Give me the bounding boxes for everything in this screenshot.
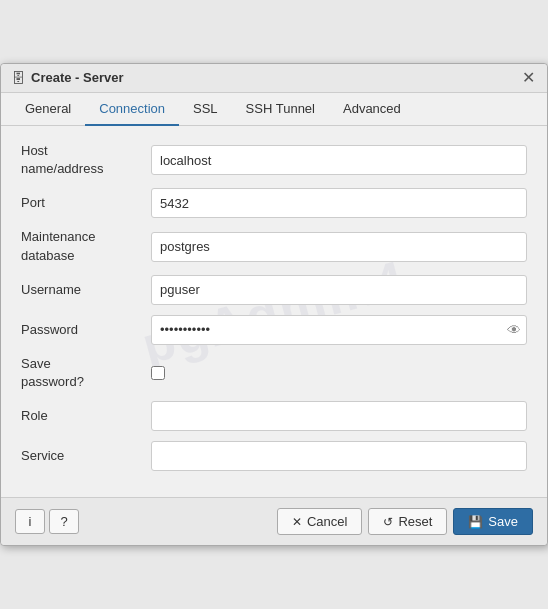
cancel-label: Cancel [307,514,347,529]
create-server-dialog: 🗄 Create - Server ✕ General Connection S… [0,63,548,546]
username-label: Username [21,281,151,299]
tab-ssl[interactable]: SSL [179,93,232,126]
service-row: Service [21,441,527,471]
password-toggle-icon[interactable]: 👁 [507,322,521,338]
save-icon: 💾 [468,515,483,529]
port-input[interactable] [151,188,527,218]
footer-right: ✕ Cancel ↺ Reset 💾 Save [277,508,533,535]
form-body: pgAdmin4 Hostname/address Port Maintenan… [1,126,547,497]
port-row: Port [21,188,527,218]
help-button[interactable]: ? [49,509,79,534]
maintenance-db-input[interactable] [151,232,527,262]
maintenance-db-row: Maintenancedatabase [21,228,527,264]
role-input[interactable] [151,401,527,431]
dialog-title: Create - Server [31,70,124,85]
tab-general[interactable]: General [11,93,85,126]
tab-connection[interactable]: Connection [85,93,179,126]
save-password-checkbox[interactable] [151,366,165,380]
title-bar: 🗄 Create - Server ✕ [1,64,547,93]
username-row: Username [21,275,527,305]
save-button[interactable]: 💾 Save [453,508,533,535]
save-password-label: Savepassword? [21,355,151,391]
role-label: Role [21,407,151,425]
close-button[interactable]: ✕ [520,70,537,86]
reset-icon: ↺ [383,515,393,529]
service-label: Service [21,447,151,465]
password-input[interactable] [151,315,527,345]
tab-advanced[interactable]: Advanced [329,93,415,126]
username-input[interactable] [151,275,527,305]
footer-left: i ? [15,509,79,534]
title-bar-left: 🗄 Create - Server [11,70,124,86]
role-row: Role [21,401,527,431]
service-input[interactable] [151,441,527,471]
reset-label: Reset [398,514,432,529]
info-button[interactable]: i [15,509,45,534]
port-label: Port [21,194,151,212]
footer: i ? ✕ Cancel ↺ Reset 💾 Save [1,497,547,545]
password-wrapper: 👁 [151,315,527,345]
save-label: Save [488,514,518,529]
reset-button[interactable]: ↺ Reset [368,508,447,535]
dialog-icon: 🗄 [11,70,25,86]
tab-ssh-tunnel[interactable]: SSH Tunnel [232,93,329,126]
tab-bar: General Connection SSL SSH Tunnel Advanc… [1,93,547,126]
cancel-icon: ✕ [292,515,302,529]
host-input[interactable] [151,145,527,175]
host-row: Hostname/address [21,142,527,178]
host-label: Hostname/address [21,142,151,178]
password-label: Password [21,321,151,339]
password-row: Password 👁 [21,315,527,345]
maintenance-db-label: Maintenancedatabase [21,228,151,264]
cancel-button[interactable]: ✕ Cancel [277,508,362,535]
save-password-row: Savepassword? [21,355,527,391]
